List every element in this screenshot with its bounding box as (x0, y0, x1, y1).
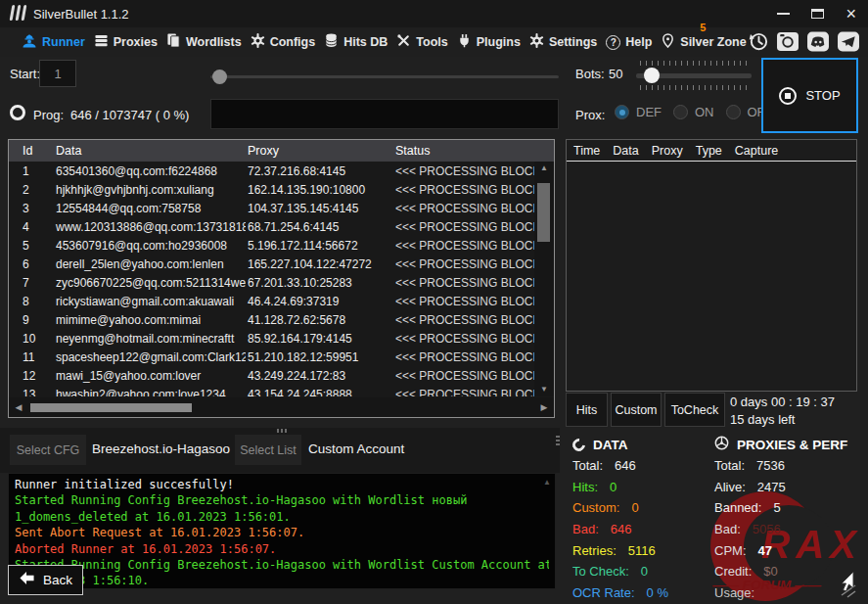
menu-label: Hits DB (343, 35, 388, 49)
menu-item-runner[interactable]: Runner (22, 33, 85, 52)
table-row[interactable]: 8rickystiawan@gmail.com:akuawali46.4.24.… (9, 292, 536, 310)
log-line: Runner initialized succesfully! (15, 477, 549, 492)
row-proxy: 85.92.164.179:4145 (246, 332, 388, 346)
vertical-scrollbar[interactable]: ▲ ▼ (534, 162, 554, 396)
select-cfg-button[interactable]: Select CFG (10, 435, 86, 465)
row-id: 13 (9, 388, 48, 397)
row-proxy: 165.227.104.122:47272 (246, 257, 388, 271)
menu-item-tools[interactable]: Tools (396, 33, 447, 51)
tab-custom[interactable]: Custom (611, 393, 662, 427)
row-id: 8 (9, 295, 48, 308)
row-data: mawi_15@yahoo.com:lover (48, 369, 246, 383)
scrollbar-thumb[interactable] (537, 183, 550, 242)
column-header-type[interactable]: Type (696, 144, 722, 158)
menu-item-help[interactable]: Help (606, 35, 652, 50)
config-bar: Select CFG Breezehost.io-Hagasoo Select … (0, 428, 560, 473)
monitor-panel: Time Data Proxy Type Capture (566, 139, 857, 392)
slider-thumb[interactable] (644, 68, 660, 83)
tab-tocheck[interactable]: ToCheck (664, 393, 725, 427)
close-button[interactable]: × (845, 5, 856, 23)
table-row[interactable]: 13hwashin2@yahoo.com:love123443.154.24.2… (9, 385, 536, 396)
scroll-right-arrow[interactable]: ▶ (534, 397, 554, 417)
table-row[interactable]: 2hjkhhjk@gvhjbnhj.com:xuliang162.14.135.… (9, 180, 536, 199)
results-table-body: 1635401360@qq.com:f622486872.37.216.68:4… (9, 162, 536, 396)
splitter-grip[interactable] (556, 434, 560, 445)
slider-thumb[interactable] (212, 70, 227, 84)
tools-icon (396, 33, 411, 51)
row-id: 6 (9, 257, 48, 271)
table-row[interactable]: 12mawi_15@yahoo.com:lover43.249.224.172:… (9, 366, 536, 385)
menu-item-hits-db[interactable]: Hits DB (324, 33, 388, 51)
history-icon[interactable] (747, 30, 769, 53)
scroll-up-arrow[interactable]: ▲ (534, 162, 554, 175)
runtime-timer: 0 days 00 : 19 : 37 (730, 395, 835, 409)
menu-label: Plugins (477, 35, 521, 49)
runner-icon (22, 33, 37, 52)
column-header-status[interactable]: Status (388, 144, 534, 158)
row-id: 9 (9, 313, 48, 327)
tab-hits[interactable]: Hits (566, 393, 608, 427)
table-row[interactable]: 1635401360@qq.com:f622486872.37.216.68:4… (9, 162, 536, 180)
camera-icon[interactable] (776, 31, 799, 52)
menu-item-proxies[interactable]: Proxies (94, 33, 158, 51)
discord-icon[interactable] (806, 31, 830, 52)
prox-radio-def[interactable]: DEF (615, 105, 662, 119)
scrollbar-thumb[interactable] (30, 403, 192, 412)
row-status: <<< PROCESSING BLOCK (388, 202, 534, 215)
select-list-button[interactable]: Select List (235, 435, 301, 465)
stop-button[interactable]: STOP (761, 58, 858, 133)
results-table: Id Data Proxy Status 1635401360@qq.com:f… (8, 139, 555, 418)
proxies-icon (94, 33, 109, 51)
table-row[interactable]: 5453607916@qq.com:ho29360085.196.172.114… (9, 236, 536, 255)
column-header-data[interactable]: Data (613, 144, 638, 158)
menu-item-silver-zone[interactable]: 5 Silver Zone (661, 33, 746, 51)
menu-item-configs[interactable]: Configs (251, 33, 316, 51)
scroll-left-arrow[interactable]: ◀ (9, 397, 28, 417)
log-area[interactable]: ▲ Runner initialized succesfully!Started… (8, 473, 556, 589)
menu-item-wordlists[interactable]: Wordlists (166, 33, 242, 51)
row-status: <<< PROCESSING BLOCK (388, 369, 534, 383)
table-row[interactable]: 6derell_25len@yahoo.com:lenlen165.227.10… (9, 255, 536, 273)
table-row[interactable]: 11spacesheep122@gmail.com:Clark1251.210.… (9, 348, 536, 366)
column-header-proxy[interactable]: Proxy (652, 144, 683, 158)
scroll-down-arrow[interactable]: ▼ (534, 383, 554, 396)
table-row[interactable]: 7zyc906670225@qq.com:5211314we67.201.33.… (9, 273, 536, 292)
wheel-icon (714, 436, 729, 453)
start-input[interactable] (39, 60, 76, 87)
column-header-data[interactable]: Data (48, 144, 246, 158)
log-line: Started Running Config Breezehost.io-Hag… (15, 492, 549, 508)
table-row[interactable]: 10neyenmg@hotmail.com:minecraftt85.92.16… (9, 329, 536, 348)
table-row[interactable]: 4www.120313886@qq.com:1373181868.71.254.… (9, 217, 536, 236)
prox-radio-on[interactable]: ON (673, 105, 714, 119)
slider-track[interactable] (210, 75, 559, 79)
row-status: <<< PROCESSING BLOCK (388, 220, 534, 234)
stat-row: Alive:2475 (714, 477, 868, 498)
menu-item-plugins[interactable]: Plugins (457, 33, 521, 51)
app-window: SilverBullet 1.1.2 × Runner Proxies Word… (0, 0, 868, 604)
horizontal-scrollbar[interactable]: ◀ ▶ (9, 397, 554, 417)
scroll-up-arrow[interactable]: ▲ (543, 478, 551, 487)
column-header-capture[interactable]: Capture (735, 144, 778, 158)
table-row[interactable]: 9mimime@yahoo.com:mimai41.128.72.62:5678… (9, 310, 536, 329)
map-pin-icon (661, 33, 675, 51)
maximize-button[interactable] (811, 9, 824, 19)
row-proxy: 5.196.172.114:56672 (246, 239, 388, 253)
minimize-button[interactable] (777, 13, 790, 15)
column-header-proxy[interactable]: Proxy (246, 144, 388, 158)
proxies-panel-title: PROXIES & PERF (737, 438, 847, 452)
menu-item-settings[interactable]: Settings (529, 33, 597, 51)
column-header-id[interactable]: Id (9, 144, 48, 158)
prog-radio[interactable] (10, 105, 25, 120)
bots-slider[interactable] (636, 61, 752, 90)
back-button[interactable]: Back (8, 565, 83, 595)
row-id: 12 (9, 369, 48, 383)
telegram-icon[interactable] (837, 31, 860, 52)
table-row[interactable]: 312554844@qq.com:758758104.37.135.145:41… (9, 199, 536, 217)
start-position-slider[interactable] (210, 69, 559, 84)
splitter-grip[interactable] (277, 429, 289, 433)
column-header-time[interactable]: Time (573, 144, 600, 158)
prox-radio-group: DEF ON OFF (615, 105, 773, 119)
stat-row: OCR Rate:0 % (572, 582, 709, 604)
menu-label: Tools (416, 35, 447, 49)
row-status: <<< PROCESSING BLOCK (388, 295, 534, 308)
